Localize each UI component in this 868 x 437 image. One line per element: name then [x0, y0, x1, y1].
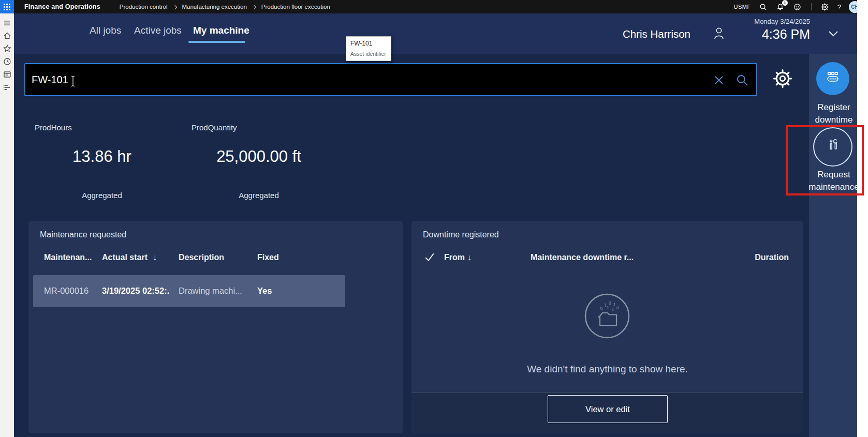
asset-tooltip: FW-101 Asset identifier — [346, 36, 391, 61]
chevron-down-icon[interactable] — [828, 30, 839, 39]
breadcrumb: Production control Manufacturing executi… — [120, 4, 330, 10]
clear-search-icon[interactable] — [713, 74, 725, 86]
current-date: Monday 3/24/2025 — [738, 18, 810, 25]
tab-active-jobs[interactable]: Active jobs — [134, 25, 182, 36]
app-title[interactable]: Finance and Operations — [24, 3, 100, 10]
kpi-prod-hours: ProdHours 13.86 hr Aggregated — [24, 122, 180, 204]
empty-folder-icon: 0 1 0 1 0 1 1 — [583, 292, 631, 342]
breadcrumb-item[interactable]: Production control — [120, 4, 168, 10]
right-white-margin — [857, 0, 868, 437]
topbar-actions: USMF 1 ? CH — [734, 1, 861, 13]
workspace-form-icon[interactable] — [3, 70, 12, 79]
column-header-maintenance-downtime[interactable]: Maintenance downtime r... — [531, 253, 634, 262]
person-icon[interactable] — [712, 25, 726, 43]
machine-icon — [825, 69, 841, 88]
svg-text:0: 0 — [615, 305, 620, 311]
production-floor-execution-screen: Finance and Operations Production contro… — [0, 0, 868, 437]
card-footer: View or edit — [411, 392, 803, 433]
tooltip-title: FW-101 — [350, 40, 372, 47]
text-cursor-pointer — [70, 74, 76, 90]
active-tab-underline — [188, 41, 245, 43]
header-band: All jobs Active jobs My machine Chris Ha… — [14, 13, 868, 54]
breadcrumb-item[interactable]: Production floor execution — [261, 4, 330, 10]
kpi-label: ProdQuantity — [192, 123, 237, 132]
sort-descending-icon[interactable]: ↓ — [467, 253, 472, 262]
empty-state-message: We didn't find anything to show here. — [411, 364, 803, 375]
asset-search-field — [24, 63, 757, 96]
view-or-edit-button[interactable]: View or edit — [548, 395, 668, 423]
svg-text:0: 0 — [599, 306, 604, 311]
topbar-divider — [811, 3, 812, 10]
search-input[interactable] — [32, 64, 694, 95]
column-header-duration[interactable]: Duration — [755, 253, 789, 262]
card-title: Downtime registered — [423, 230, 499, 239]
card-title: Maintenance requested — [40, 230, 126, 239]
checkmark-column-icon[interactable] — [424, 252, 435, 264]
register-downtime-label: Register downtime — [803, 101, 865, 126]
notification-badge: 1 — [782, 0, 788, 6]
column-header-maintenance-id[interactable]: Maintenan... — [44, 253, 92, 262]
svg-text:1: 1 — [607, 305, 609, 310]
search-icon[interactable] — [759, 2, 768, 11]
action-panel: Register downtime Request maintenance — [809, 54, 858, 437]
sort-descending-icon[interactable]: ↓ — [153, 253, 157, 262]
waffle-menu-icon[interactable] — [0, 0, 14, 13]
register-downtime-button[interactable] — [816, 62, 849, 95]
favorites-star-icon[interactable] — [3, 44, 12, 53]
notifications-bell-icon[interactable]: 1 — [776, 2, 785, 11]
chevron-right-icon — [172, 5, 176, 9]
downtime-registered-card: Downtime registered From ↓ Maintenance d… — [411, 221, 803, 433]
current-time: 4:36 PM — [738, 27, 810, 42]
search-submit-icon[interactable] — [735, 73, 749, 87]
kpi-prod-quantity: ProdQuantity 25,000.00 ft Aggregated — [181, 122, 336, 204]
top-app-bar: Finance and Operations Production contro… — [0, 0, 868, 13]
tooltip-subtitle: Asset identifier — [350, 51, 386, 57]
feedback-smiley-icon[interactable] — [793, 2, 802, 11]
recent-clock-icon[interactable] — [3, 57, 12, 66]
annotation-highlight-box — [786, 125, 864, 195]
column-header-fixed[interactable]: Fixed — [257, 253, 279, 262]
kpi-label: ProdHours — [35, 123, 72, 132]
column-header-actual-start[interactable]: Actual start — [102, 253, 148, 262]
settings-gear-button[interactable] — [771, 67, 794, 90]
clock-block: Monday 3/24/2025 4:36 PM — [738, 18, 810, 42]
user-name: Chris Harrison — [623, 28, 690, 40]
help-icon[interactable]: ? — [837, 3, 841, 11]
left-nav-rail — [0, 13, 14, 437]
kpi-subtitle: Aggregated — [181, 191, 336, 200]
cell-actual-start: 3/19/2025 02:52:. — [102, 286, 169, 296]
table-row[interactable]: MR-000016 3/19/2025 02:52:. Drawing mach… — [33, 275, 345, 307]
hamburger-menu-icon[interactable] — [3, 18, 12, 27]
gantt-list-icon[interactable] — [3, 83, 12, 92]
kpi-value: 25,000.00 ft — [181, 147, 336, 166]
maintenance-requested-card: Maintenance requested Maintenan... Actua… — [28, 221, 403, 433]
kpi-value: 13.86 hr — [24, 147, 180, 166]
cell-description: Drawing machi... — [179, 286, 242, 296]
tab-my-machine[interactable]: My machine — [193, 25, 249, 36]
topbar-divider — [110, 3, 110, 10]
kpi-subtitle: Aggregated — [24, 191, 180, 200]
cell-fixed: Yes — [257, 286, 272, 296]
environment-label[interactable]: USMF — [734, 4, 751, 10]
svg-text:0: 0 — [609, 300, 611, 306]
column-header-description[interactable]: Description — [179, 253, 224, 262]
column-header-from[interactable]: From — [444, 253, 465, 262]
home-icon[interactable] — [3, 31, 12, 40]
breadcrumb-item[interactable]: Manufacturing execution — [182, 4, 247, 10]
svg-text:1: 1 — [611, 306, 615, 312]
cell-maintenance-id: MR-000016 — [44, 286, 89, 296]
tab-all-jobs[interactable]: All jobs — [90, 25, 121, 36]
chevron-right-icon — [252, 5, 256, 9]
settings-gear-icon[interactable] — [820, 2, 830, 11]
